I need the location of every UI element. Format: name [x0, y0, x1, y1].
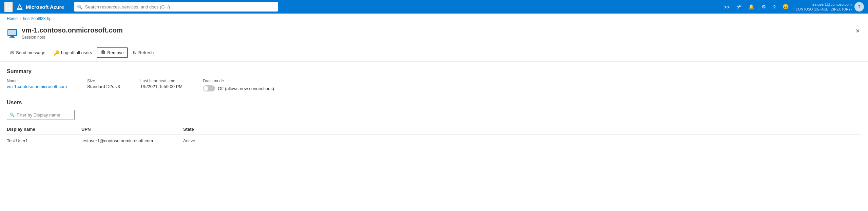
panel-title: vm-1.contoso.onmicrosoft.com — [22, 26, 123, 34]
remove-button[interactable]: Remove — [97, 47, 128, 58]
svg-rect-1 — [8, 30, 16, 35]
name-value[interactable]: vm-1.contoso.onmicrosoft.com — [7, 84, 67, 89]
azure-logo-icon — [16, 3, 23, 10]
toolbar: ✉ Send message 🔑 Log off all users Remov… — [0, 44, 868, 62]
notifications-icon[interactable]: 🔔 — [746, 2, 757, 11]
col-upn: UPN — [81, 124, 183, 135]
log-off-icon: 🔑 — [54, 50, 59, 56]
cell-display-name: Test User1 — [7, 135, 81, 147]
users-table-header-row: Display name UPN State — [7, 124, 861, 135]
send-message-button[interactable]: ✉ Send message — [7, 48, 49, 57]
settings-icon[interactable]: ⚙ — [759, 2, 769, 11]
close-button[interactable]: ✕ — [854, 26, 861, 36]
svg-rect-3 — [9, 37, 15, 38]
users-table: Display name UPN State Test User1 testus… — [7, 124, 861, 147]
size-label: Size — [87, 79, 120, 83]
users-table-body: Test User1 testuser1@contoso.onmicrosoft… — [7, 135, 861, 147]
content-area: Summary Name vm-1.contoso.onmicrosoft.co… — [0, 62, 868, 154]
send-message-icon: ✉ — [10, 50, 14, 56]
global-search-input[interactable] — [74, 2, 278, 12]
breadcrumb-sep-1: › — [20, 17, 21, 21]
summary-size: Size Standard D2s v3 — [87, 79, 120, 91]
summary-drain-mode: Drain mode Off (allows new connections) — [203, 79, 274, 91]
user-info: testuser1@contoso.com CONTOSO (DEFAULT D… — [796, 2, 864, 12]
filter-icon: 🔍 — [9, 112, 15, 117]
breadcrumb: Home › hostPool928-hp › — [0, 14, 868, 24]
drain-mode-toggle[interactable] — [203, 85, 215, 91]
topbar-icons: >> ☍ 🔔 ⚙ ? 😀 testuser1@contoso.com CONTO… — [721, 2, 864, 12]
user-tenant: CONTOSO (DEFAULT DIRECTORY) — [796, 7, 852, 12]
app-name: Microsoft Azure — [26, 4, 64, 10]
search-area: 🔍 — [74, 2, 278, 12]
summary-grid: Name vm-1.contoso.onmicrosoft.com Size S… — [7, 79, 861, 91]
users-section: Users 🔍 Display name UPN State Test User… — [7, 100, 861, 147]
heartbeat-label: Last heartbeat time — [140, 79, 182, 83]
panel-subtitle: Session host — [22, 35, 123, 40]
avatar[interactable]: T — [854, 2, 864, 12]
refresh-button[interactable]: ↻ Refresh — [129, 48, 157, 57]
svg-rect-8 — [102, 51, 103, 54]
col-display-name: Display name — [7, 124, 81, 135]
drain-mode-status: Off (allows new connections) — [218, 86, 274, 91]
remove-icon — [101, 50, 105, 56]
svg-rect-5 — [102, 50, 104, 51]
filter-input[interactable] — [7, 110, 75, 120]
refresh-label: Refresh — [138, 50, 154, 55]
breadcrumb-home[interactable]: Home — [7, 16, 18, 21]
user-email: testuser1@contoso.com — [796, 2, 852, 7]
send-message-label: Send message — [16, 50, 45, 55]
cell-state: Active — [183, 135, 861, 147]
name-label: Name — [7, 79, 67, 83]
cell-upn: testuser1@contoso.onmicrosoft.com — [81, 135, 183, 147]
breadcrumb-hostpool[interactable]: hostPool928-hp — [23, 16, 52, 21]
hamburger-menu[interactable]: ☰ — [4, 2, 13, 12]
filter-wrapper: 🔍 — [7, 110, 75, 120]
log-off-button[interactable]: 🔑 Log off all users — [50, 48, 96, 57]
app-logo: Microsoft Azure — [16, 3, 64, 10]
panel-header: vm-1.contoso.onmicrosoft.com Session hos… — [0, 24, 868, 44]
refresh-icon: ↻ — [133, 50, 137, 56]
log-off-label: Log off all users — [61, 50, 92, 55]
panel-title-area: vm-1.contoso.onmicrosoft.com Session hos… — [7, 26, 123, 40]
cloud-shell-icon[interactable]: >> — [721, 3, 733, 11]
feedback-icon[interactable]: 😀 — [780, 2, 792, 11]
drain-mode-toggle-row: Off (allows new connections) — [203, 85, 274, 91]
svg-rect-2 — [11, 36, 14, 37]
users-table-header: Display name UPN State — [7, 124, 861, 135]
table-row: Test User1 testuser1@contoso.onmicrosoft… — [7, 135, 861, 147]
svg-rect-7 — [104, 51, 105, 54]
svg-rect-6 — [102, 51, 102, 54]
col-state: State — [183, 124, 861, 135]
topbar: ☰ Microsoft Azure 🔍 >> ☍ 🔔 ⚙ ? 😀 testuse… — [0, 0, 868, 14]
remove-label: Remove — [107, 50, 123, 55]
search-icon: 🔍 — [77, 4, 82, 9]
user-details: testuser1@contoso.com CONTOSO (DEFAULT D… — [796, 2, 852, 11]
breadcrumb-sep-2: › — [54, 17, 55, 21]
portal-settings-icon[interactable]: ☍ — [734, 2, 744, 11]
drain-mode-label: Drain mode — [203, 79, 224, 83]
heartbeat-value: 1/5/2021, 5:59:00 PM — [140, 84, 182, 89]
session-host-icon — [7, 28, 18, 39]
summary-heartbeat: Last heartbeat time 1/5/2021, 5:59:00 PM — [140, 79, 182, 91]
svg-rect-9 — [103, 51, 104, 54]
panel-title-text: vm-1.contoso.onmicrosoft.com Session hos… — [22, 26, 123, 40]
help-icon[interactable]: ? — [770, 3, 778, 11]
users-section-title: Users — [7, 100, 861, 106]
summary-name: Name vm-1.contoso.onmicrosoft.com — [7, 79, 67, 91]
size-value: Standard D2s v3 — [87, 84, 120, 89]
summary-section-title: Summary — [7, 68, 861, 75]
